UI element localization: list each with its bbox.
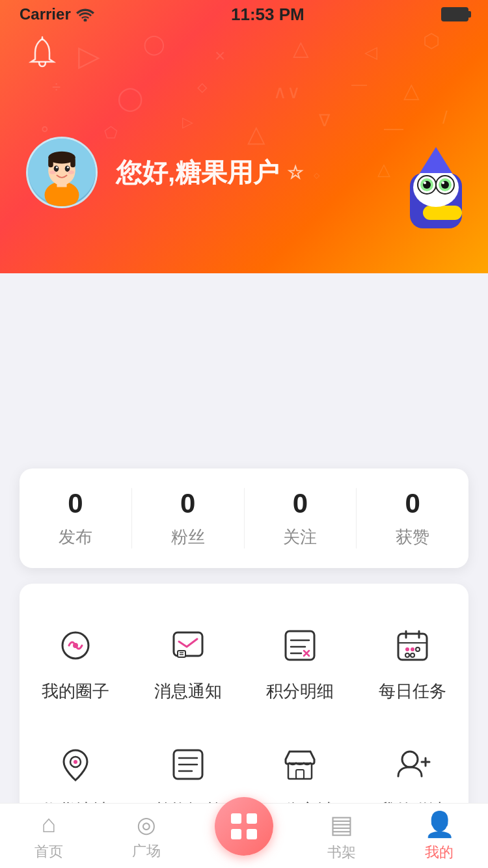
mine-label: 我的 [425, 843, 454, 862]
content-area: 0 发布 0 粉丝 0 关注 0 获赞 [0, 273, 488, 868]
points-detail-label: 积分明细 [266, 680, 334, 703]
user-greeting: 您好,糖果用户 ☆ [116, 155, 303, 191]
svg-point-21 [424, 182, 426, 184]
svg-rect-63 [247, 813, 257, 824]
svg-point-45 [411, 653, 414, 657]
home-icon: ⌂ [42, 810, 57, 838]
bookshelf-label: 书架 [327, 843, 356, 862]
user-profile-section[interactable]: 您好,糖果用户 ☆ [26, 137, 303, 208]
stat-publish[interactable]: 0 发布 [20, 488, 132, 549]
fans-count: 0 [180, 488, 195, 519]
menu-item-points-detail[interactable]: 积分明细 [244, 603, 357, 722]
daily-tasks-icon [390, 623, 435, 668]
avatar[interactable] [26, 137, 98, 208]
svg-rect-30 [178, 651, 185, 657]
svg-point-41 [405, 647, 409, 651]
bookshelf-icon: ▤ [330, 810, 353, 839]
status-bar: Carrier 11:53 PM [0, 0, 488, 29]
notifications-icon [165, 623, 211, 668]
svg-rect-8 [70, 157, 75, 167]
fans-label: 粉丝 [171, 526, 205, 549]
svg-point-9 [54, 165, 59, 171]
svg-point-43 [416, 647, 420, 651]
exchange-orders-icon [165, 742, 211, 787]
carrier-text: Carrier [20, 5, 71, 23]
center-button[interactable] [215, 797, 273, 856]
svg-point-12 [67, 167, 69, 169]
svg-rect-7 [48, 157, 53, 167]
wifi-icon [76, 7, 94, 21]
home-label: 首页 [34, 842, 63, 861]
svg-rect-33 [286, 631, 314, 660]
my-circle-icon [53, 623, 98, 668]
publish-count: 0 [68, 488, 83, 519]
nav-item-mine[interactable]: 👤 我的 [390, 810, 488, 862]
menu-item-notifications[interactable]: 消息通知 [132, 603, 245, 722]
svg-rect-64 [231, 829, 241, 839]
svg-point-25 [442, 182, 444, 184]
nav-item-plaza[interactable]: ◎ 广场 [98, 811, 195, 861]
follow-count: 0 [293, 488, 308, 519]
svg-marker-26 [420, 147, 452, 173]
status-right [441, 7, 468, 21]
mine-icon: 👤 [424, 810, 455, 839]
svg-point-44 [405, 653, 409, 657]
user-info: 您好,糖果用户 ☆ [116, 155, 303, 191]
follow-label: 关注 [283, 526, 317, 549]
plaza-label: 广场 [132, 841, 161, 861]
notification-bell[interactable] [26, 36, 59, 74]
address-icon [53, 742, 98, 787]
header-section: ▷ ◯ × △ ◁ ⬡ ÷ ◯ ⬦ ∧∨ — △ ∘ ⬠ ▷ △ ∇ — / △… [0, 0, 488, 273]
crown-icon: ☆ [287, 162, 303, 183]
menu-item-daily-tasks[interactable]: 每日任务 [357, 603, 469, 722]
svg-point-10 [65, 165, 70, 171]
svg-point-54 [402, 752, 418, 767]
invitation-icon [390, 742, 435, 787]
nav-item-home[interactable]: ⌂ 首页 [0, 810, 98, 861]
svg-rect-37 [398, 634, 427, 660]
svg-point-28 [73, 643, 78, 648]
greeting-text: 您好,糖果用户 [116, 155, 279, 191]
points-detail-icon [277, 623, 323, 668]
avatar-image [28, 137, 96, 206]
svg-point-47 [74, 760, 77, 764]
svg-rect-62 [231, 813, 241, 824]
svg-point-42 [411, 647, 414, 651]
stats-card: 0 发布 0 粉丝 0 关注 0 获赞 [20, 468, 468, 568]
plaza-icon: ◎ [137, 811, 156, 837]
status-left: Carrier [20, 5, 94, 23]
svg-rect-16 [423, 206, 462, 220]
svg-point-14 [68, 170, 74, 174]
grid-icon [228, 810, 260, 843]
publish-label: 发布 [59, 526, 92, 549]
svg-rect-53 [296, 770, 304, 779]
mascot-svg [390, 141, 481, 238]
svg-rect-52 [288, 763, 312, 779]
bottom-nav: ⌂ 首页 ◎ 广场 ▤ 书架 👤 我的 [0, 803, 488, 868]
svg-point-13 [49, 170, 55, 174]
stat-follow[interactable]: 0 关注 [245, 488, 357, 549]
nav-item-center[interactable] [195, 817, 293, 856]
nav-item-bookshelf[interactable]: ▤ 书架 [293, 810, 390, 862]
mascot-character [390, 141, 481, 241]
notifications-label: 消息通知 [154, 680, 222, 703]
my-circle-label: 我的圈子 [42, 680, 109, 703]
stat-fans[interactable]: 0 粉丝 [132, 488, 245, 549]
points-mall-icon [277, 742, 323, 787]
menu-item-my-circle[interactable]: 我的圈子 [20, 603, 132, 722]
battery-icon [441, 7, 468, 21]
daily-tasks-label: 每日任务 [379, 680, 446, 703]
likes-label: 获赞 [396, 526, 429, 549]
likes-count: 0 [405, 488, 420, 519]
svg-point-11 [56, 167, 58, 169]
svg-point-0 [83, 19, 87, 22]
stat-likes[interactable]: 0 获赞 [357, 488, 468, 549]
status-time: 11:53 PM [231, 5, 305, 25]
svg-rect-65 [247, 829, 257, 839]
